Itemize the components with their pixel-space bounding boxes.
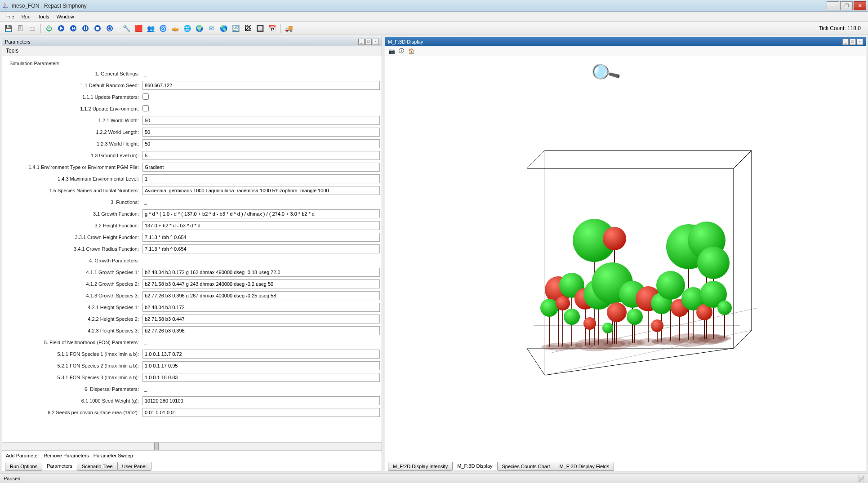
param-input[interactable] — [142, 209, 380, 218]
param-row: 5.2.1 FON Species 2 (Imax Imin a b): — [4, 360, 380, 372]
menu-window[interactable]: Window — [53, 13, 78, 20]
panel-minimize-icon[interactable]: _ — [358, 39, 365, 45]
remove-parameters-link[interactable]: Remove Parameters — [44, 453, 89, 458]
tool-calendar-icon[interactable]: 📅 — [267, 23, 277, 34]
param-input[interactable] — [142, 408, 380, 417]
param-label: 4.1.1 Growth Species 1: — [4, 270, 142, 275]
save-stack-icon[interactable]: 🗄 — [15, 23, 26, 34]
param-input[interactable] — [142, 315, 380, 323]
tool-chart-icon[interactable]: 🌀 — [157, 23, 168, 34]
home-icon[interactable]: 🏠 — [408, 48, 415, 55]
maximize-button[interactable]: ❐ — [840, 1, 853, 10]
reset-icon[interactable] — [104, 23, 115, 34]
param-input[interactable] — [142, 128, 380, 137]
param-input[interactable] — [142, 151, 380, 160]
pause-icon[interactable] — [80, 23, 91, 34]
param-input[interactable] — [142, 396, 380, 405]
tab[interactable]: Scenario Tree — [77, 462, 117, 471]
param-label: 1.3 Ground Level (m): — [4, 153, 142, 158]
param-row: 4.2.2 Height Species 2: — [4, 313, 380, 325]
param-input[interactable] — [142, 81, 380, 90]
svg-point-88 — [564, 309, 580, 325]
magnifier-icon: 🔍 — [588, 56, 622, 90]
param-input[interactable] — [142, 303, 380, 312]
database-icon[interactable]: 🗃 — [27, 23, 38, 34]
3d-display-canvas[interactable]: 🔍 — [385, 56, 866, 460]
param-row: 4.1.1 Growth Species 1: — [4, 266, 380, 278]
tab[interactable]: Parameters — [42, 462, 77, 470]
minimize-button[interactable]: — — [827, 1, 839, 10]
tool-globe1-icon[interactable]: 🌐 — [182, 23, 192, 34]
save-icon[interactable]: 💾 — [3, 23, 13, 34]
panel-minimize-icon[interactable]: _ — [842, 39, 849, 45]
param-row: 5.3.1 FON Species 3 (Imax Imin a b): — [4, 372, 380, 383]
tool-people-icon[interactable]: 👥 — [145, 23, 156, 34]
menu-tools[interactable]: Tools — [34, 13, 53, 20]
tool-grid-icon[interactable]: 🔲 — [254, 23, 265, 34]
tab[interactable]: M_F:2D Display Intensity — [388, 462, 453, 471]
tool-colors-icon[interactable]: 🟥 — [133, 23, 144, 34]
param-input[interactable] — [142, 279, 380, 288]
tool-world-icon[interactable]: 🌎 — [218, 23, 229, 34]
display-panel-titlebar: M_F:3D Display _ □ × — [385, 37, 866, 46]
param-input[interactable] — [142, 326, 380, 335]
svg-point-89 — [583, 317, 596, 330]
parameter-sweep-link[interactable]: Parameter Sweep — [93, 453, 133, 458]
svg-point-78 — [607, 302, 627, 322]
parameters-scroll[interactable]: Simulation Parameters 1. General Setting… — [2, 56, 382, 442]
tool-pie-icon[interactable]: 🥧 — [169, 23, 180, 34]
param-input[interactable] — [142, 233, 380, 242]
info-icon[interactable]: ⓘ — [398, 48, 405, 55]
tab[interactable]: M_F:2D Display Fields — [555, 462, 614, 471]
menu-run[interactable]: Run — [18, 13, 34, 20]
tool-mail-icon[interactable]: ✉ — [206, 23, 217, 34]
play-icon[interactable] — [56, 23, 67, 34]
tool-wrench-icon[interactable]: 🔧 — [121, 23, 132, 34]
panel-maximize-icon[interactable]: □ — [365, 39, 372, 45]
step-icon[interactable] — [68, 23, 79, 34]
param-input[interactable] — [142, 291, 380, 300]
tool-image-icon[interactable]: 🖼 — [242, 23, 253, 34]
param-static-value: _ — [142, 199, 380, 205]
param-row: 3.4.1 Crown Radius Function: — [4, 243, 380, 255]
panel-close-icon[interactable]: × — [857, 39, 863, 45]
horizontal-scrollbar[interactable] — [2, 442, 382, 450]
right-tabstrip: M_F:2D Display IntensityM_F:3D DisplaySp… — [385, 460, 866, 471]
tab[interactable]: User Panel — [117, 462, 151, 471]
parameters-panel: Parameters _ □ × Tools Simulation Parame… — [2, 37, 382, 471]
panel-maximize-icon[interactable]: □ — [850, 39, 856, 45]
param-input[interactable] — [142, 350, 380, 359]
toolbar: 💾 🗄 🗃 ⏻ 🔧 🟥 👥 🌀 🥧 🌐 🌍 ✉ 🌎 🔄 🖼 🔲 📅 🚚 Tick… — [0, 22, 868, 35]
param-input[interactable] — [142, 361, 380, 370]
param-input[interactable] — [142, 163, 380, 172]
param-input[interactable] — [142, 186, 380, 195]
param-row: 1.4.1 Environment Type or Environment PG… — [4, 161, 380, 173]
add-parameter-link[interactable]: Add Parameter — [6, 453, 39, 458]
param-input[interactable] — [142, 139, 380, 148]
param-static-value: _ — [142, 71, 380, 76]
tool-globe2-icon[interactable]: 🌍 — [194, 23, 205, 34]
3d-scene — [455, 106, 797, 411]
close-button[interactable]: ✕ — [854, 1, 866, 10]
param-checkbox[interactable] — [142, 105, 149, 111]
tab[interactable]: M_F:3D Display — [452, 462, 497, 470]
param-input[interactable] — [142, 244, 380, 253]
tab[interactable]: Run Options — [5, 462, 42, 471]
stop-icon[interactable] — [92, 23, 103, 34]
power-icon[interactable]: ⏻ — [44, 23, 54, 34]
param-input[interactable] — [142, 221, 380, 230]
param-input[interactable] — [142, 373, 380, 382]
tab[interactable]: Species Counts Chart — [497, 462, 555, 471]
param-checkbox[interactable] — [142, 93, 149, 100]
tools-subheader[interactable]: Tools — [2, 46, 382, 56]
tool-truck-icon[interactable]: 🚚 — [283, 23, 294, 34]
tool-refresh-icon[interactable]: 🔄 — [230, 23, 241, 34]
panel-close-icon[interactable]: × — [373, 39, 379, 45]
param-input[interactable] — [142, 116, 380, 125]
menu-file[interactable]: File — [3, 13, 18, 20]
param-label: 5.2.1 FON Species 2 (Imax Imin a b): — [4, 363, 142, 368]
param-input[interactable] — [142, 268, 380, 277]
param-input[interactable] — [142, 174, 380, 183]
resize-grip-icon[interactable] — [858, 475, 864, 482]
camera-icon[interactable]: 📷 — [388, 48, 395, 55]
